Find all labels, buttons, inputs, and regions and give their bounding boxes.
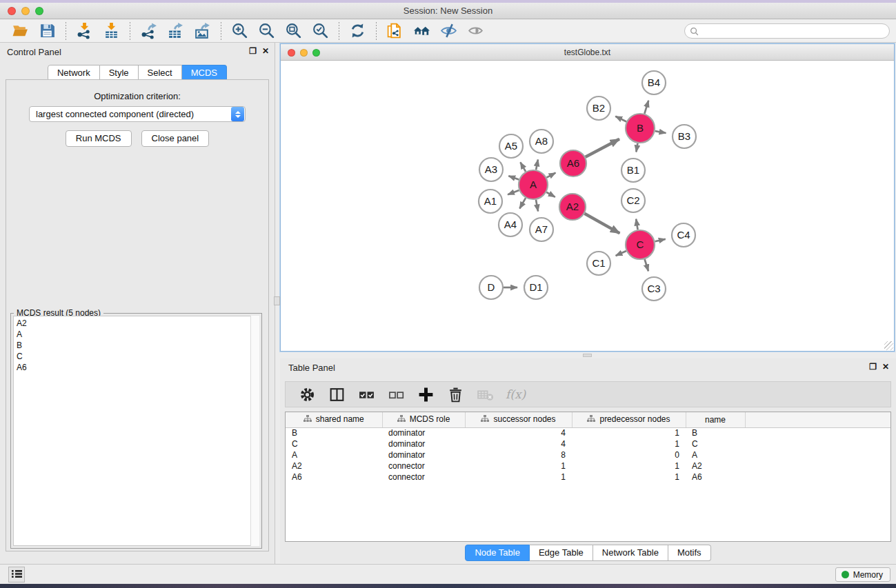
tab-edge-table[interactable]: Edge Table <box>530 545 593 561</box>
table-cell[interactable] <box>745 427 890 438</box>
column-header-successor-nodes[interactable]: successor nodes <box>465 412 572 427</box>
task-history-button[interactable] <box>8 567 25 582</box>
export-image-icon[interactable] <box>193 21 212 40</box>
table-row[interactable]: Bdominator41B <box>286 427 890 438</box>
column-header-predecessor-nodes[interactable]: predecessor nodes <box>572 412 686 427</box>
edge-A6-B[interactable] <box>586 139 619 157</box>
table-cell[interactable]: 1 <box>465 460 572 472</box>
open-session-icon[interactable] <box>11 21 30 40</box>
deselect-all-icon[interactable] <box>387 385 406 404</box>
edge-A-A7[interactable] <box>536 200 538 212</box>
close-table-panel-icon[interactable]: ✕ <box>882 362 889 372</box>
table-cell[interactable] <box>745 460 890 472</box>
edge-A-A6[interactable] <box>546 173 555 178</box>
edge-A2-C[interactable] <box>584 214 619 234</box>
table-cell[interactable] <box>745 438 890 449</box>
export-network-icon[interactable] <box>139 21 158 40</box>
export-table-icon[interactable] <box>166 21 185 40</box>
edge-C-C4[interactable] <box>655 239 665 241</box>
table-cell[interactable]: 1 <box>465 472 572 483</box>
column-header-name[interactable]: name <box>686 412 745 427</box>
run-mcds-button[interactable]: Run MCDS <box>66 130 132 147</box>
edge-C-C1[interactable] <box>616 251 626 256</box>
vertical-splitter-grip[interactable] <box>274 296 280 305</box>
zoom-fit-icon[interactable] <box>284 21 303 40</box>
save-session-icon[interactable] <box>38 21 57 40</box>
edge-A-A5[interactable] <box>520 162 526 171</box>
table-cell[interactable]: A <box>286 449 382 460</box>
result-item[interactable]: B <box>17 340 259 351</box>
table-cell[interactable]: dominator <box>382 438 465 449</box>
table-cell[interactable]: A6 <box>686 472 745 483</box>
zoom-selected-icon[interactable] <box>311 21 330 40</box>
edge-C-C3[interactable] <box>645 259 648 271</box>
table-cell[interactable]: connector <box>382 460 465 472</box>
column-header-shared-name[interactable]: shared name <box>286 412 382 427</box>
criterion-select[interactable]: largest connected component (directed) <box>29 106 246 122</box>
column-header-MCDS-role[interactable]: MCDS role <box>382 412 465 427</box>
table-cell[interactable]: connector <box>382 472 465 483</box>
add-column-icon[interactable] <box>417 385 435 404</box>
table-cell[interactable]: dominator <box>382 449 465 460</box>
table-cell[interactable]: A <box>686 449 745 460</box>
table-cell[interactable]: 1 <box>572 427 686 438</box>
edge-A-A2[interactable] <box>546 192 555 197</box>
search-field[interactable] <box>684 23 890 39</box>
table-cell[interactable]: 1 <box>572 472 686 483</box>
close-panel-icon[interactable]: ✕ <box>262 46 269 56</box>
table-cell[interactable]: 4 <box>465 427 572 438</box>
table-cell[interactable]: A6 <box>286 472 382 483</box>
edge-A-A4[interactable] <box>519 198 526 208</box>
table-row[interactable]: A2connector11A2 <box>286 460 890 472</box>
table-settings-icon[interactable] <box>298 385 317 404</box>
table-cell[interactable]: B <box>686 427 745 438</box>
table-row[interactable]: Cdominator41C <box>286 438 890 449</box>
table-cell[interactable]: A2 <box>286 460 382 472</box>
edge-A-A1[interactable] <box>508 190 519 194</box>
edge-B-B2[interactable] <box>615 116 626 122</box>
table-cell[interactable]: 1 <box>572 438 686 449</box>
table-cell[interactable]: 4 <box>465 438 572 449</box>
resize-grip[interactable] <box>884 341 893 350</box>
network-canvas[interactable]: B4B2BB3A8A5A6A3B1AA1C2A2A4A7C4CC1C3DD1 <box>281 61 894 351</box>
tab-node-table[interactable]: Node Table <box>465 545 530 561</box>
result-item[interactable]: A <box>17 329 259 340</box>
table-cell[interactable]: B <box>286 427 382 438</box>
select-all-icon[interactable] <box>357 385 376 404</box>
neighborhood-icon[interactable] <box>412 21 431 40</box>
edge-A-A3[interactable] <box>508 176 519 179</box>
delete-column-icon[interactable] <box>446 385 465 404</box>
table-row[interactable]: A6connector11A6 <box>286 472 890 483</box>
table-cell[interactable] <box>745 472 890 483</box>
edge-B-B3[interactable] <box>655 131 666 133</box>
horizontal-splitter-grip[interactable] <box>583 354 592 357</box>
table-cell[interactable]: 8 <box>465 449 572 460</box>
edge-B-B1[interactable] <box>636 143 637 152</box>
result-item[interactable]: A2 <box>17 318 259 329</box>
table-cell[interactable]: C <box>286 438 382 449</box>
import-table-icon[interactable] <box>102 21 121 40</box>
edge-A-A8[interactable] <box>536 160 538 170</box>
float-table-panel-icon[interactable]: ❐ <box>869 362 877 372</box>
table-row[interactable]: Adominator80A <box>286 449 890 460</box>
hide-selected-icon[interactable] <box>439 21 458 40</box>
table-cell[interactable]: 1 <box>572 460 686 472</box>
table-cell[interactable] <box>745 449 890 460</box>
refresh-icon[interactable] <box>348 21 367 40</box>
tab-motifs[interactable]: Motifs <box>668 545 711 561</box>
search-input[interactable] <box>699 25 889 37</box>
split-table-icon[interactable] <box>328 385 346 404</box>
result-scrollbar[interactable] <box>250 316 259 546</box>
zoom-in-icon[interactable] <box>230 21 249 40</box>
edge-C-C2[interactable] <box>636 219 637 230</box>
network-file-icon[interactable] <box>386 21 404 40</box>
result-item[interactable]: C <box>17 351 259 362</box>
table-cell[interactable]: C <box>686 438 745 449</box>
show-all-icon[interactable] <box>466 21 485 40</box>
import-network-icon[interactable] <box>75 21 94 40</box>
tab-network-table[interactable]: Network Table <box>593 545 668 561</box>
zoom-out-icon[interactable] <box>257 21 276 40</box>
result-item[interactable]: A6 <box>17 362 259 373</box>
memory-button[interactable]: Memory <box>835 567 890 582</box>
mcds-result-list[interactable]: A2ABCA6 <box>13 316 259 546</box>
